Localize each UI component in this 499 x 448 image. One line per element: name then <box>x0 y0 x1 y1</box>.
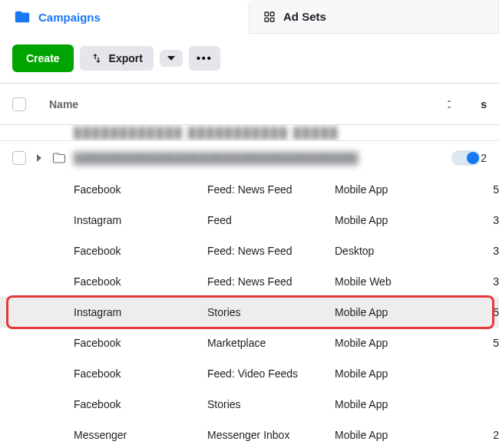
placement-row[interactable]: FacebookFeed: News FeedMobile App5 <box>0 174 499 205</box>
placement-cell: Stories <box>207 398 335 410</box>
device-cell: Mobile App <box>335 367 496 380</box>
placement-row[interactable]: InstagramStoriesMobile App5 <box>0 297 499 328</box>
export-dropdown-button[interactable] <box>160 50 183 67</box>
svg-rect-2 <box>265 18 269 21</box>
row-trailing-partial: 3 <box>490 275 499 288</box>
export-button[interactable]: Export <box>80 46 154 71</box>
platform-cell: Facebook <box>74 367 207 380</box>
placement-cell: Feed: News Feed <box>207 245 335 257</box>
placement-cell: Feed: News Feed <box>207 183 335 196</box>
row-trailing-partial: 3 <box>490 245 499 257</box>
placement-row[interactable]: InstagramFeedMobile App3 <box>0 205 499 236</box>
placement-cell: Marketplace <box>207 337 335 349</box>
more-button[interactable]: ••• <box>189 46 220 71</box>
chevron-down-icon <box>167 56 175 61</box>
row-checkbox[interactable] <box>12 151 26 165</box>
platform-cell: Facebook <box>74 245 207 257</box>
placement-cell: Stories <box>207 306 335 318</box>
grid-icon <box>263 11 276 23</box>
svg-rect-0 <box>265 12 269 16</box>
row-trailing-partial: 5 <box>490 337 499 349</box>
tab-campaigns[interactable]: Campaigns <box>0 0 250 34</box>
platform-cell: Instagram <box>74 306 207 318</box>
placement-cell: Messenger Inbox <box>207 429 335 441</box>
device-cell: Mobile Web <box>335 275 490 288</box>
tab-campaigns-label: Campaigns <box>38 11 101 24</box>
placement-cell: Feed <box>207 214 335 226</box>
cutoff-blur: ████████████ ███████████ █████ <box>74 127 339 139</box>
tab-adsets[interactable]: Ad Sets <box>250 0 499 34</box>
platform-cell: Instagram <box>74 214 207 226</box>
status-toggle[interactable] <box>451 150 481 166</box>
platform-cell: Facebook <box>74 183 207 196</box>
placement-row[interactable]: FacebookMarketplaceMobile App5 <box>0 328 499 358</box>
device-cell: Mobile App <box>335 429 490 441</box>
table-body: ████████████ ███████████ █████ █████████… <box>0 125 499 448</box>
folder-outline-icon <box>52 151 66 165</box>
device-cell: Mobile App <box>335 398 496 410</box>
svg-rect-3 <box>270 18 274 21</box>
device-cell: Desktop <box>335 245 490 257</box>
campaign-name-redacted: ██████████████████████████████████ <box>74 152 451 164</box>
placement-cell: Feed: News Feed <box>207 275 335 288</box>
cutoff-row: ████████████ ███████████ █████ <box>0 125 499 140</box>
select-all-checkbox[interactable] <box>12 97 26 111</box>
column-header-partial: s <box>478 98 487 110</box>
platform-cell: Facebook <box>74 337 207 349</box>
device-cell: Mobile App <box>335 214 490 226</box>
row-trailing-partial: 5 <box>490 183 499 196</box>
platform-cell: Facebook <box>74 275 207 288</box>
chevron-right-icon[interactable] <box>37 154 41 162</box>
create-button-label: Create <box>26 52 60 64</box>
platform-cell: Messenger <box>74 429 207 441</box>
create-button[interactable]: Create <box>12 44 74 72</box>
export-button-label: Export <box>109 52 143 64</box>
column-header-name[interactable]: Name <box>49 98 444 110</box>
row-trailing-partial: 5 <box>490 306 499 318</box>
more-icon: ••• <box>197 52 213 64</box>
sort-icon[interactable] <box>444 99 454 110</box>
svg-rect-1 <box>270 12 274 16</box>
tab-adsets-label: Ad Sets <box>283 10 326 23</box>
placement-row[interactable]: FacebookFeed: News FeedMobile Web3 <box>0 266 499 297</box>
device-cell: Mobile App <box>335 337 490 349</box>
platform-cell: Facebook <box>74 398 207 410</box>
row-trailing-partial: 2 <box>490 429 499 441</box>
tab-bar: Campaigns Ad Sets <box>0 0 499 34</box>
device-cell: Mobile App <box>335 183 490 196</box>
swap-vertical-icon <box>91 52 103 64</box>
device-cell: Mobile App <box>335 306 490 318</box>
placement-row[interactable]: MessengerMessenger InboxMobile App2 <box>0 420 499 448</box>
placement-row[interactable]: FacebookStoriesMobile App <box>0 389 499 420</box>
table-header: Name s <box>0 84 499 125</box>
toolbar: Create Export ••• <box>0 34 499 84</box>
row-trailing-partial: 3 <box>490 214 499 226</box>
campaign-row[interactable]: ██████████████████████████████████ 2 <box>0 140 499 174</box>
folder-icon <box>14 8 31 25</box>
placement-row[interactable]: FacebookFeed: News FeedDesktop3 <box>0 236 499 266</box>
placement-cell: Feed: Video Feeds <box>207 367 335 380</box>
placement-row[interactable]: FacebookFeed: Video FeedsMobile App <box>0 358 499 389</box>
